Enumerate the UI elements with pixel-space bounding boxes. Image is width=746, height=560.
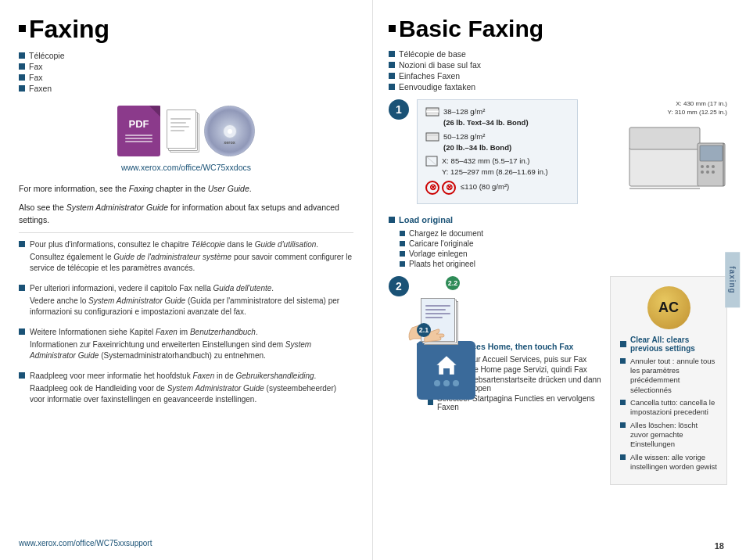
right-title: Basic Faxing xyxy=(389,16,727,41)
right-lang-list: Télécopie de base Nozioni di base sul fa… xyxy=(389,49,727,92)
ac-header: Clear All: clears previous settings xyxy=(620,336,717,353)
tray-icon xyxy=(425,106,439,120)
support-url-link[interactable]: www.xerox.com/office/WC75xxsupport xyxy=(19,539,152,547)
bullet-icon xyxy=(400,261,405,267)
step2-circle: 2 xyxy=(389,276,409,296)
svg-point-10 xyxy=(701,165,704,168)
description-text-1: For more information, see the Faxing cha… xyxy=(19,183,353,196)
bullet-icon xyxy=(400,241,405,246)
list-item: Chargez le document xyxy=(400,229,727,238)
bullet-icon xyxy=(19,74,25,81)
svg-rect-7 xyxy=(629,127,700,149)
step1-content: 38–128 g/m² (26 lb. Text–34 lb. Bond) 50… xyxy=(417,99,727,204)
list-item: Vorlage einlegen xyxy=(400,249,727,258)
paper-stack-icon xyxy=(167,109,198,153)
list-item: Annuler tout : annule tous les paramètre… xyxy=(620,357,717,395)
list-item: Cancella tutto: cancella le impostazioni… xyxy=(620,398,717,418)
list-item: Plaats het origineel xyxy=(400,260,727,268)
tray2-icon xyxy=(425,131,439,145)
load-section: Load original Chargez le document Carica… xyxy=(389,215,727,268)
bullet-icon xyxy=(19,241,25,247)
title-square-icon xyxy=(19,25,26,32)
svg-rect-6 xyxy=(629,147,700,186)
list-item: Alle wissen: alle vorige instellingen wo… xyxy=(620,453,717,472)
bullet-icon xyxy=(19,52,25,59)
svg-point-13 xyxy=(701,171,704,174)
bullet-icon xyxy=(19,328,25,335)
ac-title: Clear All: clears previous settings xyxy=(630,336,717,353)
bullet-icon xyxy=(389,51,395,57)
svg-rect-9 xyxy=(700,145,723,161)
svg-line-5 xyxy=(426,156,437,166)
step2-left: 2.1 xyxy=(417,276,602,486)
bullet-icon xyxy=(19,85,25,92)
list-item: Faxen xyxy=(19,84,353,93)
left-lang-list: Télécopie Fax Fax Faxen xyxy=(19,51,353,93)
list-item: Eenvoudige faxtaken xyxy=(389,82,727,92)
svg-point-12 xyxy=(712,165,715,168)
list-item: Einfaches Faxen xyxy=(389,71,727,81)
list-item: Fax xyxy=(19,62,353,71)
bullet-icon xyxy=(389,73,395,79)
bullet-icon xyxy=(620,454,626,460)
bullet-icon xyxy=(389,62,395,68)
load-lang-list: Chargez le document Caricare l'originale… xyxy=(400,229,727,268)
step1-circle: 1 xyxy=(389,99,409,120)
media-wrapper: PDF xyxy=(117,106,255,156)
faxing-tab: faxing xyxy=(725,252,740,307)
bullet-icon xyxy=(620,400,626,405)
media-area: PDF xyxy=(19,106,353,156)
title-square-icon xyxy=(389,25,396,32)
step1-section: 1 38–128 g/m² (26 lb. Text–34 lb. Bond) xyxy=(389,99,727,204)
cd-disc-icon: xerox xyxy=(204,106,255,156)
load-title: Load original xyxy=(399,215,453,224)
load-header: Load original xyxy=(389,215,727,224)
bullet-icon xyxy=(400,231,405,236)
step2-section: 2 2.1 xyxy=(389,276,727,486)
right-column: Basic Faxing Télécopie de base Nozioni d… xyxy=(373,0,746,560)
bullet-icon xyxy=(19,372,25,379)
step2-images: 2.1 xyxy=(417,276,602,337)
left-title: Faxing xyxy=(19,16,353,43)
svg-rect-19 xyxy=(443,368,450,375)
bullet-icon xyxy=(620,358,626,364)
lang-section-fr: Pour plus d'informations, consultez le c… xyxy=(19,239,353,274)
svg-rect-2 xyxy=(426,133,439,141)
specs-box: 38–128 g/m² (26 lb. Text–34 lb. Bond) 50… xyxy=(417,99,578,204)
blue-panel xyxy=(417,341,475,400)
prohibit-icon-1: ⊗ xyxy=(425,181,439,195)
list-item: Télécopie xyxy=(19,51,353,60)
list-item: Télécopie de base xyxy=(389,49,727,59)
step2-doc-container: 2.2 xyxy=(429,276,468,337)
printer-diagram xyxy=(626,120,727,190)
pdf-icon: PDF xyxy=(117,106,160,156)
home-icon xyxy=(435,354,458,376)
page-number: 18 xyxy=(715,541,724,551)
svg-point-11 xyxy=(706,165,709,168)
lang-section-it: Per ulteriori informazioni, vedere il ca… xyxy=(19,283,353,318)
list-item: Nozioni di base sul fax xyxy=(389,60,727,70)
paper-lines xyxy=(170,116,191,134)
step-sub-badge-2: 2.2 xyxy=(446,276,460,290)
description-text-2: Also see the System Administrator Guide … xyxy=(19,202,353,227)
bullet-icon xyxy=(19,285,25,291)
svg-point-15 xyxy=(712,171,715,174)
ac-lang-list: Annuler tout : annule tous les paramètre… xyxy=(620,357,717,476)
ac-button: AC xyxy=(647,286,690,329)
step-sub-badge-1: 2.1 xyxy=(417,323,431,337)
printer-area: X: 430 mm (17 in.)Y: 310 mm (12.25 in.) xyxy=(584,99,728,204)
list-item: Caricare l'originale xyxy=(400,239,727,248)
bullet-icon xyxy=(389,84,395,90)
lang-section-de: Weitere Informationen siehe Kapitel Faxe… xyxy=(19,327,353,361)
bullet-icon xyxy=(19,63,25,70)
lang-section-nl: Raadpleeg voor meer informatie het hoofd… xyxy=(19,371,353,405)
bullet-icon xyxy=(620,422,626,428)
prohibit-icon-2: ⊗ xyxy=(442,181,456,195)
bullet-icon xyxy=(389,217,395,223)
docs-url-link[interactable]: www.xerox.com/office/WC75xxdocs xyxy=(19,163,353,172)
list-item: Alles löschen: löscht zuvor gemachte Ein… xyxy=(620,421,717,450)
printer-dims: X: 430 mm (17 in.)Y: 310 mm (12.25 in.) xyxy=(668,99,727,117)
ac-box: AC Clear All: clears previous settings A… xyxy=(610,276,727,486)
list-item: Fax xyxy=(19,73,353,82)
dim-icon xyxy=(425,156,438,170)
